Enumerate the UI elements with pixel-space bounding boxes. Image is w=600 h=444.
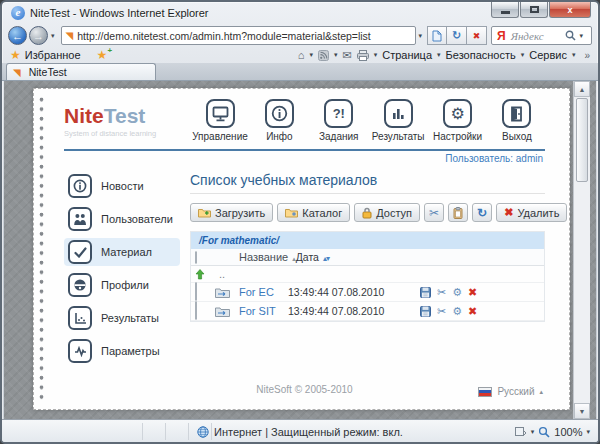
home-icon[interactable]: ⌂: [298, 49, 305, 61]
scroll-down-icon[interactable]: ▼: [574, 403, 590, 419]
browser-window: e NiteTest - Windows Internet Explorer x…: [0, 0, 600, 444]
column-name[interactable]: Название▴: [239, 251, 296, 263]
material-link[interactable]: For EC: [239, 286, 274, 298]
menu-service[interactable]: Сервис: [529, 49, 567, 61]
print-dropdown-icon[interactable]: ▾: [374, 51, 378, 59]
change-view-icon[interactable]: [515, 426, 527, 437]
access-button[interactable]: Доступ: [354, 203, 420, 222]
mail-icon[interactable]: ✉: [342, 49, 351, 62]
scrollbar-thumb[interactable]: [576, 98, 588, 182]
zoom-dropdown-icon[interactable]: ▾: [586, 428, 590, 436]
sidebar-item-profiles[interactable]: Профили: [64, 271, 180, 299]
select-all-checkbox[interactable]: [195, 251, 197, 264]
home-dropdown-icon[interactable]: ▾: [309, 51, 313, 59]
menu-security[interactable]: Безопасность: [446, 49, 516, 61]
material-folder-icon: [215, 306, 230, 317]
forward-button[interactable]: →: [29, 26, 48, 45]
parent-folder-row[interactable]: ..: [191, 266, 544, 283]
zoom-magnifier-icon[interactable]: [538, 426, 550, 438]
delete-row-icon[interactable]: ✖: [468, 286, 477, 299]
language-caret-icon: ▴: [539, 388, 543, 396]
security-zone-text: Интернет | Защищенный режим: вкл.: [214, 426, 403, 438]
zoom-level[interactable]: 100%: [554, 426, 582, 438]
sidebar-item-parameters[interactable]: Параметры: [64, 337, 180, 365]
language-selector[interactable]: Русский ▴: [478, 386, 543, 397]
search-box[interactable]: Я Яндекс ▾: [491, 26, 592, 45]
sort-both-icon[interactable]: ▴▾: [323, 254, 329, 263]
table-row: For EC 13:49:44 07.08.2010 ✂ ⚙ ✖: [191, 283, 544, 302]
add-favorite-icon[interactable]: ★: [97, 48, 108, 62]
cut-row-icon[interactable]: ✂: [437, 286, 446, 299]
vertical-scrollbar[interactable]: ▲ ▼: [573, 81, 590, 419]
minimize-button[interactable]: [491, 2, 519, 18]
sidebar-item-users[interactable]: Пользователи: [64, 205, 180, 233]
save-icon[interactable]: [420, 287, 431, 298]
settings-row-icon[interactable]: ⚙: [452, 305, 462, 318]
nav-settings[interactable]: ⚙ Настройки: [430, 99, 486, 142]
material-link[interactable]: For SIT: [239, 305, 276, 317]
bar-chart-icon: [384, 99, 413, 128]
tab-strip: ◥ NiteTest: [2, 63, 598, 81]
page-viewport: NiteTest System of distance learning Упр…: [4, 81, 596, 419]
current-user: Пользователь: admin: [34, 153, 569, 164]
titlebar[interactable]: e NiteTest - Windows Internet Explorer x: [2, 2, 598, 24]
feeds-dropdown-icon[interactable]: ▾: [334, 51, 338, 59]
sidebar-item-news[interactable]: Новости: [64, 172, 180, 200]
delete-button[interactable]: ✖ Удалить: [496, 203, 567, 222]
waveform-icon: [68, 339, 92, 363]
upload-button[interactable]: Загрузить: [190, 203, 273, 222]
nav-info[interactable]: Инфо: [251, 99, 307, 142]
globe-icon: [197, 426, 209, 438]
save-icon[interactable]: [420, 306, 431, 317]
nav-tasks[interactable]: ?! Задания: [311, 99, 367, 142]
url-dropdown-icon[interactable]: ▾: [416, 32, 426, 40]
yandex-logo: Я: [497, 29, 506, 43]
up-arrow-icon[interactable]: [195, 269, 205, 280]
nav-results[interactable]: Результаты: [370, 99, 426, 142]
table-row: For SIT 13:49:44 07.08.2010 ✂ ⚙ ✖: [191, 302, 544, 321]
monitor-icon: [206, 99, 235, 128]
close-button[interactable]: x: [549, 2, 591, 18]
language-label: Русский: [497, 386, 534, 397]
url-field[interactable]: ◥ http://demo.nitetest.com/admin.htm?mod…: [61, 26, 416, 45]
parent-folder-link[interactable]: ..: [219, 268, 225, 280]
favorites-star-icon[interactable]: ★: [10, 48, 21, 62]
sidebar-item-material[interactable]: Материал: [64, 238, 180, 266]
refresh-list-button[interactable]: ↻: [472, 203, 492, 222]
stop-button[interactable]: ✖: [467, 26, 487, 45]
search-icon[interactable]: [565, 30, 576, 41]
scroll-up-icon[interactable]: ▲: [574, 81, 590, 97]
cut-button[interactable]: ✂: [424, 203, 444, 222]
compatibility-view-button[interactable]: [427, 26, 447, 45]
feeds-icon[interactable]: [318, 50, 329, 61]
view-dropdown-icon[interactable]: ▾: [531, 428, 535, 436]
back-button[interactable]: ←: [8, 26, 27, 45]
logo-subtitle: System of distance learning: [64, 129, 182, 138]
settings-row-icon[interactable]: ⚙: [452, 286, 462, 299]
row-checkbox[interactable]: [195, 282, 197, 301]
row-checkbox[interactable]: [195, 301, 197, 320]
print-icon[interactable]: [357, 50, 369, 61]
page-footer: NiteSoft © 2005-2010 Русский ▴: [34, 371, 569, 409]
favorites-label[interactable]: Избранное: [25, 49, 81, 61]
cut-row-icon[interactable]: ✂: [437, 305, 446, 318]
nav-management[interactable]: Управление: [192, 99, 248, 142]
search-input[interactable]: Яндекс: [511, 30, 566, 42]
column-date[interactable]: Дата▴▾: [296, 251, 428, 263]
history-dropdown-icon[interactable]: ▾: [48, 32, 58, 40]
menu-page[interactable]: Страница: [382, 49, 432, 61]
refresh-button[interactable]: ↻: [447, 26, 467, 45]
overflow-chevron-icon[interactable]: »: [584, 50, 590, 61]
status-bar: Интернет | Защищенный режим: вкл. ▾ 100%…: [2, 419, 598, 443]
logo-part1: Nite: [64, 104, 104, 127]
question-exclamation-icon: ?!: [324, 99, 353, 128]
nav-logout[interactable]: Выход: [489, 99, 545, 142]
search-dropdown-icon[interactable]: ▾: [576, 32, 586, 40]
tab-nitetest[interactable]: ◥ NiteTest: [6, 63, 156, 80]
maximize-button[interactable]: [520, 2, 548, 18]
app-header: NiteTest System of distance learning Упр…: [34, 89, 569, 142]
sidebar-item-results[interactable]: Результаты: [64, 304, 180, 332]
paste-button[interactable]: [448, 203, 468, 222]
delete-row-icon[interactable]: ✖: [468, 305, 477, 318]
catalog-button[interactable]: Каталог: [277, 203, 350, 222]
